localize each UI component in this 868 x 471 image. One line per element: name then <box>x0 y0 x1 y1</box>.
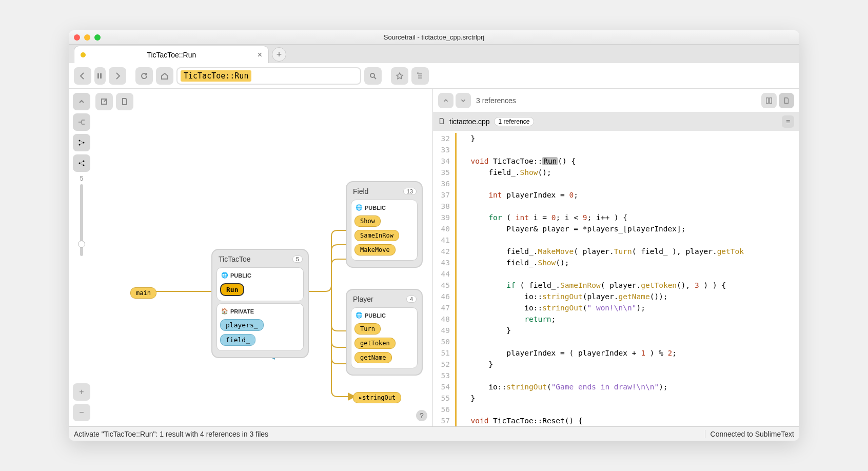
search-input[interactable]: TicTacToe::Run <box>176 67 361 85</box>
code-line[interactable]: 34 void TicTacToe::Run() { <box>433 155 799 167</box>
node-player[interactable]: Player 4 🌐PUBLIC Turn getToken getName <box>346 289 423 376</box>
code-line[interactable]: 35 field_.Show(); <box>433 167 799 178</box>
code-line[interactable]: 36 <box>433 178 799 189</box>
code-line[interactable]: 33 <box>433 144 799 155</box>
svg-point-2 <box>370 73 374 77</box>
filename[interactable]: tictactoe.cpp <box>449 117 490 126</box>
svg-rect-0 <box>97 73 99 78</box>
public-header: PUBLIC <box>230 272 251 279</box>
code-line[interactable]: 38 <box>433 201 799 212</box>
node-main-label: main <box>130 287 156 299</box>
method-makemove[interactable]: MakeMove <box>354 244 396 256</box>
field-field[interactable]: field_ <box>220 334 255 346</box>
forward-button[interactable] <box>109 67 126 85</box>
history-button[interactable] <box>94 67 106 85</box>
node-player-count: 4 <box>406 296 417 303</box>
method-run[interactable]: Run <box>220 283 244 296</box>
code-pane: 3 references tictactoe.cpp 1 reference ≡… <box>433 89 799 426</box>
tab-main[interactable]: TicTacToe::Run × <box>74 46 269 63</box>
code-line[interactable]: 41 <box>433 234 799 246</box>
file-menu-button[interactable]: ≡ <box>782 115 794 128</box>
bookmarks-list-button[interactable] <box>411 67 429 85</box>
node-stringout-label: ▸stringOut <box>353 392 401 403</box>
view-file-button[interactable] <box>779 93 794 108</box>
code-line[interactable]: 32 } <box>433 133 799 144</box>
lock-icon: 🏠 <box>221 308 228 315</box>
svg-rect-1 <box>100 73 102 78</box>
node-main[interactable]: main <box>130 286 156 300</box>
method-gettoken[interactable]: getToken <box>354 338 396 349</box>
status-connection: Connected to SublimeText <box>705 430 794 438</box>
method-show[interactable]: Show <box>354 215 381 227</box>
code-line[interactable]: 37 int playerIndex = 0; <box>433 189 799 201</box>
file-header: tictactoe.cpp 1 reference ≡ <box>433 112 799 131</box>
public-header: PUBLIC <box>365 205 386 211</box>
tab-status-icon <box>81 52 86 57</box>
globe-icon: 🌐 <box>221 272 228 279</box>
node-tictactoe[interactable]: TicTacToe 5 🌐PUBLIC Run 🏠PRIVATE players… <box>211 249 309 358</box>
node-field-title: Field <box>353 187 368 195</box>
main-split: 5 + − ? <box>69 89 799 426</box>
code-line[interactable]: 42 field_.MakeMove( player.Turn( field_ … <box>433 246 799 257</box>
code-line[interactable]: 54 io::stringOut("Game ends in draw!\n\n… <box>433 381 799 392</box>
search-button[interactable] <box>364 67 382 85</box>
search-chip: TicTacToe::Run <box>181 70 251 82</box>
code-line[interactable]: 52 } <box>433 359 799 370</box>
svg-rect-9 <box>766 97 768 103</box>
add-tab-button[interactable]: + <box>272 47 286 62</box>
toolbar: TicTacToe::Run <box>69 63 799 89</box>
file-icon <box>438 117 445 126</box>
status-text: Activate "TicTacToe::Run": 1 result with… <box>74 430 268 438</box>
code-line[interactable]: 50 <box>433 336 799 347</box>
view-snippets-button[interactable] <box>761 93 777 108</box>
code-line[interactable]: 55 } <box>433 392 799 404</box>
code-line[interactable]: 51 playerIndex = ( playerIndex + 1 ) % 2… <box>433 347 799 359</box>
tab-label: TicTacToe::Run <box>91 51 252 59</box>
status-bar: Activate "TicTacToe::Run": 1 result with… <box>69 426 799 441</box>
svg-rect-10 <box>770 97 772 103</box>
code-line[interactable]: 49 } <box>433 325 799 336</box>
node-tictactoe-count: 5 <box>292 256 303 263</box>
tab-bar: TicTacToe::Run × + <box>69 45 799 63</box>
node-stringout[interactable]: ▸stringOut <box>353 390 401 405</box>
code-line[interactable]: 48 return; <box>433 313 799 325</box>
globe-icon: 🌐 <box>356 204 363 211</box>
node-field[interactable]: Field 13 🌐PUBLIC Show SameInRow MakeMove <box>346 181 423 268</box>
window-title: Sourcetrail - tictactoe_cpp.srctrlprj <box>69 33 799 41</box>
code-header: 3 references <box>433 89 799 112</box>
private-header: PRIVATE <box>230 308 254 315</box>
file-ref-chip: 1 reference <box>494 117 535 126</box>
code-line[interactable]: 44 <box>433 268 799 280</box>
public-header: PUBLIC <box>365 312 386 319</box>
method-sameinrow[interactable]: SameInRow <box>354 230 399 241</box>
node-field-count: 13 <box>403 188 417 195</box>
ref-prev-button[interactable] <box>438 93 453 108</box>
back-button[interactable] <box>74 67 91 85</box>
close-tab-icon[interactable]: × <box>258 50 262 60</box>
code-line[interactable]: 57 void TicTacToe::Reset() { <box>433 415 799 426</box>
reference-count: 3 references <box>476 96 516 105</box>
code-line[interactable]: 47 io::stringOut(" won!\n\n"); <box>433 302 799 313</box>
home-button[interactable] <box>156 67 173 85</box>
code-line[interactable]: 45 if ( field_.SameInRow( player.getToke… <box>433 280 799 291</box>
code-view[interactable]: 32 }3334 void TicTacToe::Run() {35 field… <box>433 131 799 426</box>
node-player-title: Player <box>353 295 373 303</box>
bookmark-button[interactable] <box>391 67 408 85</box>
code-line[interactable]: 40 Player& player = *players_[playerInde… <box>433 223 799 234</box>
method-turn[interactable]: Turn <box>354 323 381 335</box>
refresh-button[interactable] <box>135 67 153 85</box>
method-getname[interactable]: getName <box>354 352 392 363</box>
code-line[interactable]: 56 <box>433 404 799 415</box>
code-line[interactable]: 53 <box>433 370 799 381</box>
code-line[interactable]: 46 io::stringOut(player.getName()); <box>433 291 799 302</box>
code-line[interactable]: 39 for ( int i = 0; i < 9; i++ ) { <box>433 212 799 223</box>
ref-next-button[interactable] <box>456 93 471 108</box>
graph-pane: 5 + − ? <box>69 89 433 426</box>
node-tictactoe-title: TicTacToe <box>219 255 251 263</box>
app-window: Sourcetrail - tictactoe_cpp.srctrlprj Ti… <box>69 30 799 441</box>
titlebar: Sourcetrail - tictactoe_cpp.srctrlprj <box>69 30 799 45</box>
code-line[interactable]: 43 field_.Show(); <box>433 257 799 268</box>
globe-icon: 🌐 <box>356 312 363 319</box>
field-players[interactable]: players_ <box>220 319 264 331</box>
